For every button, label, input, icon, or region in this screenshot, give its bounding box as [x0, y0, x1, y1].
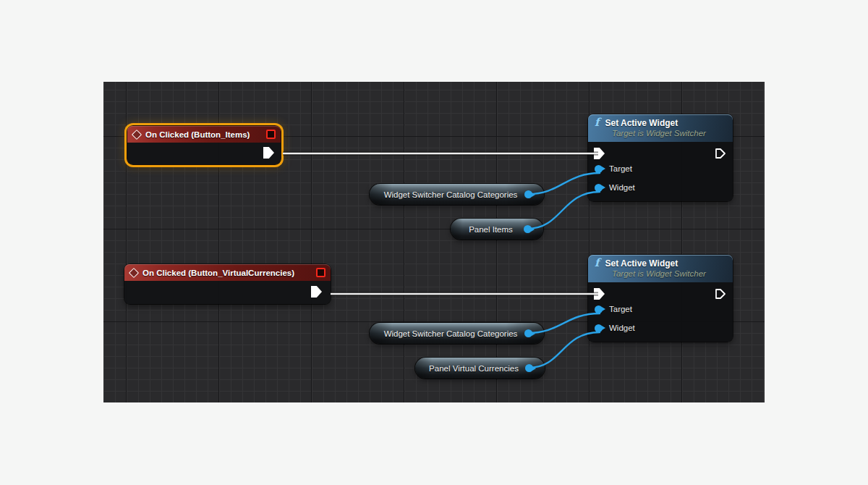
event-icon — [132, 129, 142, 139]
output-pin-icon[interactable] — [525, 364, 533, 372]
function-icon: f — [595, 258, 599, 268]
widget-pin-icon[interactable] — [595, 324, 603, 332]
function-node-title: Set Active Widget — [605, 258, 678, 269]
variable-node-label: Panel Virtual Currencies — [429, 364, 519, 373]
event-node-body — [124, 281, 331, 304]
node-set-active-widget-2[interactable]: f Set Active Widget Target is Widget Swi… — [588, 255, 733, 342]
pin-label: Widget — [609, 183, 635, 192]
exec-in-pin-icon[interactable] — [594, 148, 605, 159]
pin-label: Target — [609, 305, 632, 313]
function-node-body: Target Widget — [588, 282, 733, 342]
exec-in-pin-icon[interactable] — [594, 288, 605, 300]
widget-pin-icon[interactable] — [595, 184, 603, 192]
node-var-widget-switcher-catalog-categories-2[interactable]: Widget Switcher Catalog Categories — [370, 323, 544, 344]
exec-out-pin-icon[interactable] — [715, 148, 726, 159]
exec-out-pin-icon[interactable] — [263, 147, 274, 159]
variable-node-label: Widget Switcher Catalog Categories — [384, 190, 518, 199]
function-icon: f — [595, 117, 599, 127]
event-icon — [129, 267, 139, 277]
pin-row-widget[interactable]: Widget — [595, 182, 635, 193]
pin-label: Widget — [609, 324, 635, 332]
output-pin-icon[interactable] — [524, 329, 532, 337]
function-node-body: Target Widget — [588, 142, 733, 201]
variable-node-label: Widget Switcher Catalog Categories — [384, 329, 518, 338]
target-pin-icon[interactable] — [595, 305, 603, 313]
node-set-active-widget-1[interactable]: f Set Active Widget Target is Widget Swi… — [588, 114, 733, 201]
pin-row-target[interactable]: Target — [595, 164, 632, 174]
event-node-title: On Clicked (Button_VirtualCurrencies) — [142, 269, 294, 277]
exec-out-pin-icon[interactable] — [715, 288, 726, 300]
variable-node-label: Panel Items — [469, 225, 513, 234]
output-pin-icon[interactable] — [524, 225, 532, 233]
delegate-pin-icon[interactable] — [316, 268, 326, 277]
function-node-subtitle: Target is Widget Switcher — [612, 269, 727, 278]
node-var-widget-switcher-catalog-categories-1[interactable]: Widget Switcher Catalog Categories — [370, 184, 544, 205]
function-node-subtitle: Target is Widget Switcher — [612, 129, 727, 138]
node-event-onclicked-button-items[interactable]: On Clicked (Button_Items) — [127, 126, 281, 164]
delegate-pin-icon[interactable] — [266, 130, 276, 139]
node-event-onclicked-button-virtualcurrencies[interactable]: On Clicked (Button_VirtualCurrencies) — [124, 264, 331, 304]
output-pin-icon[interactable] — [524, 190, 532, 198]
pin-row-widget[interactable]: Widget — [595, 323, 635, 333]
exec-out-pin-icon[interactable] — [311, 286, 322, 298]
pin-row-target[interactable]: Target — [595, 304, 632, 314]
node-var-panel-items[interactable]: Panel Items — [451, 219, 543, 240]
event-node-title-bar[interactable]: On Clicked (Button_VirtualCurrencies) — [124, 264, 331, 281]
function-node-title-bar[interactable]: f Set Active Widget Target is Widget Swi… — [588, 114, 733, 142]
blueprint-graph-canvas[interactable]: On Clicked (Button_Items) On Clicked (Bu… — [103, 82, 765, 402]
function-node-title-bar[interactable]: f Set Active Widget Target is Widget Swi… — [588, 255, 733, 282]
event-node-title: On Clicked (Button_Items) — [145, 130, 250, 139]
function-node-title: Set Active Widget — [605, 118, 678, 128]
node-var-panel-virtual-currencies[interactable]: Panel Virtual Currencies — [415, 358, 545, 379]
event-node-body — [127, 143, 281, 164]
event-node-title-bar[interactable]: On Clicked (Button_Items) — [127, 126, 281, 143]
pin-label: Target — [609, 164, 632, 173]
target-pin-icon[interactable] — [595, 165, 603, 173]
